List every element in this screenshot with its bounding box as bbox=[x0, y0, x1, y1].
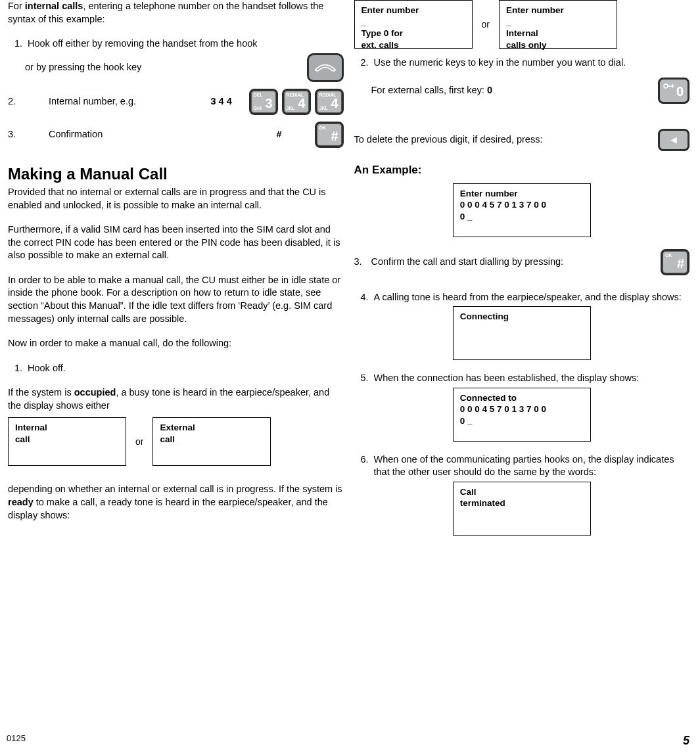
lbl: GHI bbox=[254, 105, 262, 111]
step-6-right: When one of the communicating parties ho… bbox=[371, 453, 690, 479]
occupied-para: If the system is occupied, a busy tone i… bbox=[8, 386, 344, 412]
lbl: 0 bbox=[676, 83, 684, 101]
lbl: OK bbox=[665, 252, 672, 258]
lbl: 4 bbox=[331, 95, 338, 112]
back-arrow-key-icon: ◄ bbox=[658, 129, 689, 151]
ready-para: depending on whether an internal or exte… bbox=[8, 483, 344, 522]
lbl: 3 bbox=[265, 95, 272, 112]
heading-example: An Example: bbox=[354, 163, 690, 178]
txt: If the system is bbox=[8, 387, 74, 398]
key-hash2-icon: OK# bbox=[661, 249, 689, 275]
key-4-icon: REDIALJKL4 bbox=[282, 89, 311, 115]
display-terminated: Call terminated bbox=[453, 482, 591, 536]
txt: For bbox=[8, 1, 25, 11]
txt: to make a call, a ready tone is heard in… bbox=[8, 497, 328, 520]
txt: Internal number, e.g. bbox=[49, 96, 136, 106]
display-enter-ext: Enter number _ Type 0 for ext. calls bbox=[354, 0, 473, 49]
para: Provided that no internal or external ca… bbox=[8, 186, 344, 212]
key-0-icon: 0 bbox=[658, 78, 689, 104]
txt: A calling tone is heard from the earpiec… bbox=[374, 292, 682, 302]
display-external-call: External call bbox=[152, 417, 271, 466]
display-internal-call: Internal call bbox=[8, 417, 126, 466]
example-number: 3 4 4 bbox=[211, 95, 244, 108]
or-text: or bbox=[482, 18, 490, 31]
txt: Confirmation bbox=[49, 129, 103, 139]
delete-text: To delete the previous digit, if desired… bbox=[354, 133, 543, 147]
intro-text: For internal calls, entering a telephone… bbox=[8, 0, 344, 26]
display-connecting: Connecting bbox=[453, 306, 591, 360]
num: 3. bbox=[8, 128, 22, 141]
display-connected: Connected to 0 0 0 4 5 7 0 1 3 7 0 0 0 _ bbox=[453, 388, 591, 442]
hash-txt: # bbox=[277, 128, 310, 141]
step-1: Hook off either by removing the handset … bbox=[25, 37, 344, 51]
heading-manual-call: Making a Manual Call bbox=[8, 164, 344, 185]
display-example-number: Enter number 0 0 0 4 5 7 0 1 3 7 0 0 0 _ bbox=[453, 183, 591, 237]
key-3-icon: DELGHI3 bbox=[249, 89, 278, 115]
lbl: JKL bbox=[319, 105, 328, 111]
para: Now in order to make a manual call, do t… bbox=[8, 337, 344, 350]
txt: Hook off either by removing the handset … bbox=[28, 38, 258, 49]
step-5-right: When the connection has been established… bbox=[371, 372, 690, 385]
display-enter-int: Enter number _ Internal calls only bbox=[499, 0, 617, 49]
svg-point-0 bbox=[664, 84, 668, 88]
bold-txt: occupied bbox=[74, 387, 116, 398]
step-hookoff: Hook off. bbox=[25, 362, 344, 375]
footer-code: 0125 bbox=[7, 733, 26, 748]
step-2-right: Use the numeric keys to key in the numbe… bbox=[371, 57, 690, 70]
num: 2. bbox=[8, 95, 22, 108]
lbl: 4 bbox=[298, 95, 305, 112]
bold-txt: ready bbox=[8, 497, 34, 507]
bold-txt: 0 bbox=[487, 85, 492, 95]
lbl: OK bbox=[319, 125, 327, 131]
para: Furthermore, if a valid SIM card has bee… bbox=[8, 223, 344, 262]
num: 3. bbox=[354, 256, 371, 269]
txt: Hook off. bbox=[28, 363, 66, 373]
txt: Confirm the call and start dialling by p… bbox=[371, 256, 564, 269]
lbl: # bbox=[677, 255, 684, 273]
txt: Use the numeric keys to key in the numbe… bbox=[374, 57, 626, 68]
key-4b-icon: REDIALJKL4 bbox=[315, 89, 344, 115]
txt: When one of the communicating parties ho… bbox=[374, 454, 674, 478]
step-4-right: A calling tone is heard from the earpiec… bbox=[371, 291, 690, 304]
lbl: JKL bbox=[287, 105, 295, 111]
txt: or by pressing the hook key bbox=[25, 61, 141, 74]
para: In order to be able to make a manual cal… bbox=[8, 274, 344, 325]
page-number: 5 bbox=[683, 733, 689, 748]
bold-txt: internal calls bbox=[25, 1, 83, 11]
txt: depending on whether an internal or exte… bbox=[8, 484, 342, 494]
txt: For external calls, first key: bbox=[371, 85, 487, 95]
txt: When the connection has been established… bbox=[374, 373, 640, 383]
hook-key-icon bbox=[307, 53, 344, 82]
lbl: DEL bbox=[254, 92, 263, 98]
key-hash-icon: OK# bbox=[315, 122, 344, 148]
or-text: or bbox=[135, 436, 143, 448]
lbl: # bbox=[331, 127, 338, 145]
first-key-text: For external calls, first key: 0 bbox=[371, 84, 493, 97]
